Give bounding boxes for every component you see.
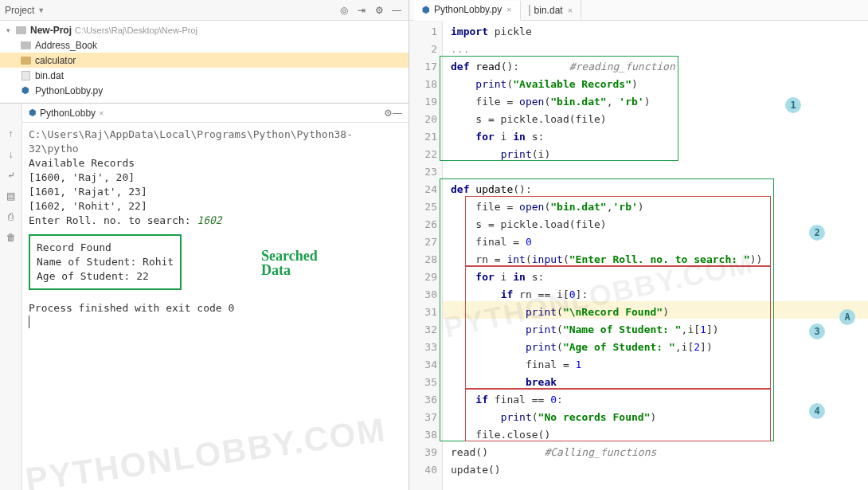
gear-icon[interactable]: ⚙	[384, 108, 393, 119]
record-found-box: Record Found Name of Student: Rohit Age …	[29, 234, 182, 290]
code-area[interactable]: import pickle ... def read(): #reading_f…	[443, 21, 868, 490]
tab-label: bin.dat	[534, 5, 563, 16]
console-prompt: Enter Roll. no. to search: 1602	[29, 214, 402, 228]
target-icon[interactable]: ◎	[337, 3, 351, 18]
console-exit: Process finished with exit code 0	[29, 301, 402, 316]
cursor-icon	[29, 316, 29, 328]
record-line: Age of Student: 22	[37, 269, 174, 284]
tree-item-calculator[interactable]: calculator	[0, 53, 409, 68]
project-root[interactable]: ▾ New-Proj C:\Users\Raj\Desktop\New-Proj	[0, 22, 409, 37]
tree-item-label: calculator	[35, 55, 76, 66]
console-line: [1601, 'Rajat', 23]	[29, 185, 402, 199]
tree-item-pythonlobby[interactable]: ⬢ PythonLobby.py	[0, 83, 409, 98]
wrap-icon[interactable]: ⤶	[5, 169, 18, 182]
gear-icon[interactable]: ⚙	[372, 3, 386, 18]
run-tab-bar: ⬢ PythonLobby × ⚙ —	[22, 104, 409, 123]
tree-item-label: bin.dat	[35, 70, 64, 81]
project-panel-title: Project	[5, 5, 34, 16]
badge-3: 3	[809, 323, 825, 339]
console-path: C:\Users\Raj\AppData\Local\Programs\Pyth…	[29, 127, 402, 156]
tree-item-label: Address_Book	[35, 40, 97, 51]
badge-a: A	[839, 309, 855, 325]
project-panel-header: Project ▼ ◎ ⇥ ⚙ —	[0, 0, 409, 21]
project-root-path: C:\Users\Raj\Desktop\New-Proj	[75, 25, 197, 35]
record-line: Name of Student: Rohit	[37, 255, 174, 269]
close-icon[interactable]: ×	[568, 6, 573, 15]
badge-1: 1	[785, 97, 801, 113]
console-line: [1602, 'Rohit', 22]	[29, 199, 402, 214]
file-icon	[529, 6, 530, 15]
arrow-up-icon[interactable]: ↑	[5, 127, 18, 140]
python-file-icon: ⬢	[19, 85, 32, 96]
close-icon[interactable]: ×	[99, 108, 104, 118]
project-root-name: New-Proj	[30, 25, 72, 36]
hide-icon[interactable]: —	[389, 3, 404, 18]
tree-item-label: PythonLobby.py	[35, 85, 103, 96]
console-line: [1600, 'Raj', 20]	[29, 171, 402, 185]
chevron-down-icon[interactable]: ▾	[6, 26, 14, 34]
line-gutter: 1217181920212223242526272829303132333435…	[409, 21, 443, 490]
tree-item-bin-dat[interactable]: bin.dat	[0, 68, 409, 83]
arrow-down-icon[interactable]: ↓	[5, 148, 18, 161]
editor-body[interactable]: 1217181920212223242526272829303132333435…	[409, 21, 868, 490]
editor-tab-bar: ⬢ PythonLobby.py × bin.dat ×	[409, 0, 868, 21]
tab-label: PythonLobby.py	[434, 4, 502, 15]
run-toolbar: ↑ ↓ ⤶ ▤ ⎙ 🗑	[0, 104, 22, 490]
badge-4: 4	[809, 403, 825, 419]
trash-icon[interactable]: 🗑	[5, 231, 18, 244]
console-line: Available Records	[29, 156, 402, 171]
project-tree: ▾ New-Proj C:\Users\Raj\Desktop\New-Proj…	[0, 21, 409, 100]
chevron-down-icon[interactable]: ▼	[37, 6, 45, 14]
file-icon	[22, 71, 30, 80]
close-icon[interactable]: ×	[506, 5, 511, 14]
hide-icon[interactable]: —	[393, 108, 402, 119]
folder-icon	[21, 57, 31, 65]
collapse-icon[interactable]: ⇥	[354, 3, 369, 18]
tree-item-address-book[interactable]: Address_Book	[0, 37, 409, 53]
folder-icon	[16, 26, 26, 34]
annotation-searched-data: Searched Data	[261, 249, 318, 277]
layout-icon[interactable]: ▤	[5, 190, 18, 202]
tab-pythonlobby[interactable]: ⬢ PythonLobby.py ×	[414, 1, 521, 21]
print-icon[interactable]: ⎙	[5, 210, 18, 223]
folder-icon	[21, 41, 31, 49]
python-run-icon: ⬢	[29, 108, 37, 118]
run-tab-label[interactable]: PythonLobby	[40, 108, 96, 119]
console-output[interactable]: C:\Users\Raj\AppData\Local\Programs\Pyth…	[22, 123, 409, 337]
badge-2: 2	[809, 225, 825, 241]
record-line: Record Found	[37, 241, 174, 255]
python-file-icon: ⬢	[422, 5, 430, 15]
tab-bin-dat[interactable]: bin.dat ×	[521, 0, 581, 20]
